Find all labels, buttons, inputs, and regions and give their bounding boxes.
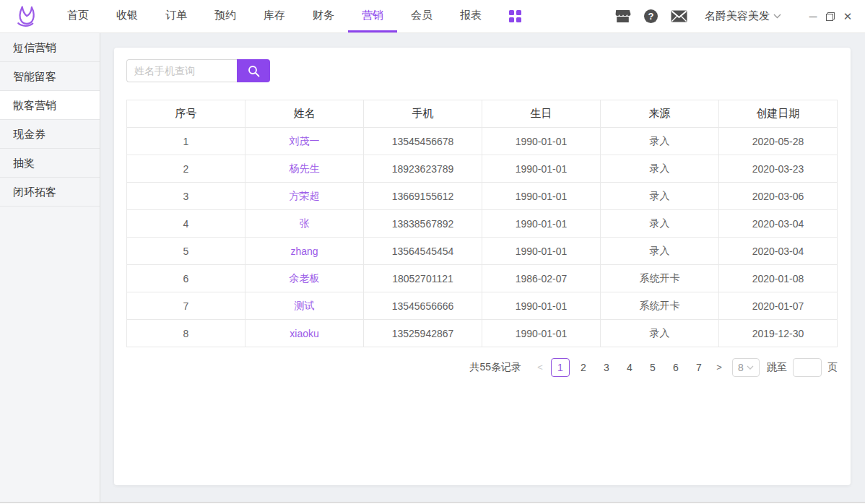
top-bar: 首页收银订单预约库存财务营销会员报表 ? 名爵美容美发 ─ ✕ [0, 0, 865, 33]
window-controls: ─ ✕ [804, 6, 856, 27]
total-records-text: 共55条记录 [469, 361, 521, 374]
sidebar-item[interactable]: 散客营销 [0, 91, 100, 120]
column-header-name: 姓名 [245, 100, 364, 128]
cell-name: xiaoku [245, 320, 364, 347]
cell-name: 方荣超 [245, 183, 364, 210]
column-header-source: 来源 [601, 100, 719, 128]
next-page-button[interactable]: > [710, 358, 728, 377]
cell-created: 2020-03-04 [719, 210, 838, 238]
cell-index: 8 [127, 320, 245, 347]
nav-item[interactable]: 报表 [446, 0, 495, 32]
sidebar-item[interactable]: 智能留客 [0, 62, 100, 91]
content-area: 序号姓名手机生日来源创建日期 1刘茂一135454566781990-01-01… [100, 33, 865, 502]
page-number[interactable]: 7 [690, 358, 708, 377]
page-number[interactable]: 3 [597, 358, 616, 377]
nav-item[interactable]: 首页 [53, 0, 103, 32]
top-bar-right: ? 名爵美容美发 ─ ✕ [614, 0, 865, 32]
main-layout: 短信营销智能留客散客营销现金券抽奖闭环拓客 序号姓名手机生日来源创建日期 1刘茂… [0, 33, 865, 502]
sidebar-item[interactable]: 闭环拓客 [0, 178, 100, 207]
content-card: 序号姓名手机生日来源创建日期 1刘茂一135454566781990-01-01… [114, 48, 851, 485]
cell-created: 2020-01-07 [719, 292, 838, 320]
table-body: 1刘茂一135454566781990-01-01录入2020-05-282杨先… [127, 128, 838, 347]
cell-phone: 13525942867 [364, 320, 482, 347]
brand-logo [13, 2, 45, 32]
customer-name-link[interactable]: xiaoku [290, 328, 318, 339]
main-nav: 首页收银订单预约库存财务营销会员报表 [53, 0, 495, 32]
cell-name: 余老板 [245, 265, 364, 292]
page-number[interactable]: 5 [643, 358, 662, 377]
help-icon[interactable]: ? [644, 9, 658, 23]
chevron-down-icon [773, 14, 781, 19]
storefront-icon[interactable] [614, 9, 631, 23]
cell-index: 6 [127, 265, 245, 292]
nav-item[interactable]: 会员 [397, 0, 446, 32]
cell-birthday: 1990-01-01 [482, 210, 601, 238]
sidebar-item[interactable]: 现金券 [0, 120, 100, 149]
column-header-index: 序号 [127, 100, 245, 128]
nav-item[interactable]: 收银 [103, 0, 152, 32]
cell-phone: 18923623789 [364, 155, 482, 183]
cell-index: 7 [127, 292, 245, 320]
customer-name-link[interactable]: 张 [300, 217, 310, 229]
table-header-row: 序号姓名手机生日来源创建日期 [127, 100, 838, 128]
customer-name-link[interactable]: 测试 [295, 300, 315, 311]
sidebar-item[interactable]: 短信营销 [0, 33, 100, 62]
cell-source: 录入 [601, 155, 719, 183]
table-row: 8xiaoku135259428671990-01-01录入2019-12-30 [127, 320, 838, 347]
cell-source: 系统开卡 [601, 265, 719, 292]
nav-item[interactable]: 库存 [250, 0, 299, 32]
nav-item[interactable]: 预约 [201, 0, 250, 32]
cell-source: 系统开卡 [601, 292, 719, 320]
cell-birthday: 1990-01-01 [482, 320, 601, 347]
page-number[interactable]: 1 [551, 358, 570, 377]
restore-icon [826, 12, 835, 21]
prev-page-button[interactable]: < [531, 358, 549, 377]
apps-grid-icon[interactable] [509, 10, 521, 22]
nav-item[interactable]: 订单 [152, 0, 201, 32]
table-row: 1刘茂一135454566781990-01-01录入2020-05-28 [127, 128, 838, 155]
sidebar: 短信营销智能留客散客营销现金券抽奖闭环拓客 [0, 33, 100, 502]
table-row: 6余老板180527011211986-02-07系统开卡2020-01-08 [127, 265, 838, 292]
restore-button[interactable] [822, 6, 839, 27]
cell-name: 测试 [245, 292, 364, 320]
customer-name-link[interactable]: 方荣超 [290, 190, 320, 201]
customer-name-link[interactable]: zhang [290, 246, 318, 257]
cell-index: 2 [127, 155, 245, 183]
mail-icon[interactable] [671, 10, 687, 22]
cell-phone: 13545456678 [364, 128, 482, 155]
customer-name-link[interactable]: 刘茂一 [290, 135, 320, 147]
table-row: 4张138385678921990-01-01录入2020-03-04 [127, 210, 838, 238]
cell-created: 2020-05-28 [719, 128, 838, 155]
jump-page-input[interactable] [793, 358, 822, 377]
search-button[interactable] [237, 59, 270, 82]
cell-phone: 13838567892 [364, 210, 482, 238]
cell-source: 录入 [601, 210, 719, 238]
cell-name: 杨先生 [245, 155, 364, 183]
customer-name-link[interactable]: 杨先生 [290, 162, 320, 174]
table-row: 3方荣超136691556121990-01-01录入2020-03-06 [127, 183, 838, 210]
page-number[interactable]: 6 [666, 358, 685, 377]
search-input[interactable] [126, 59, 237, 82]
cell-birthday: 1990-01-01 [482, 128, 601, 155]
cell-index: 4 [127, 210, 245, 238]
page-number[interactable]: 4 [620, 358, 639, 377]
close-button[interactable]: ✕ [839, 6, 856, 27]
page-size-select[interactable]: 8 [732, 358, 760, 377]
cell-created: 2020-03-04 [719, 238, 838, 265]
page-unit-label: 页 [827, 361, 838, 374]
cell-phone: 13669155612 [364, 183, 482, 210]
cell-phone: 13545656666 [364, 292, 482, 320]
minimize-button[interactable]: ─ [804, 6, 822, 27]
jump-to-label: 跳至 [767, 361, 787, 374]
customer-table: 序号姓名手机生日来源创建日期 1刘茂一135454566781990-01-01… [126, 100, 838, 347]
sidebar-item[interactable]: 抽奖 [0, 149, 100, 178]
nav-item[interactable]: 营销 [348, 0, 397, 32]
cell-birthday: 1986-02-07 [482, 265, 601, 292]
page-number[interactable]: 2 [574, 358, 593, 377]
customer-name-link[interactable]: 余老板 [290, 272, 320, 284]
account-name: 名爵美容美发 [705, 9, 770, 23]
account-dropdown[interactable]: 名爵美容美发 [705, 9, 781, 23]
cell-birthday: 1990-01-01 [482, 292, 601, 320]
nav-item[interactable]: 财务 [299, 0, 348, 32]
table-row: 7测试135456566661990-01-01系统开卡2020-01-07 [127, 292, 838, 320]
